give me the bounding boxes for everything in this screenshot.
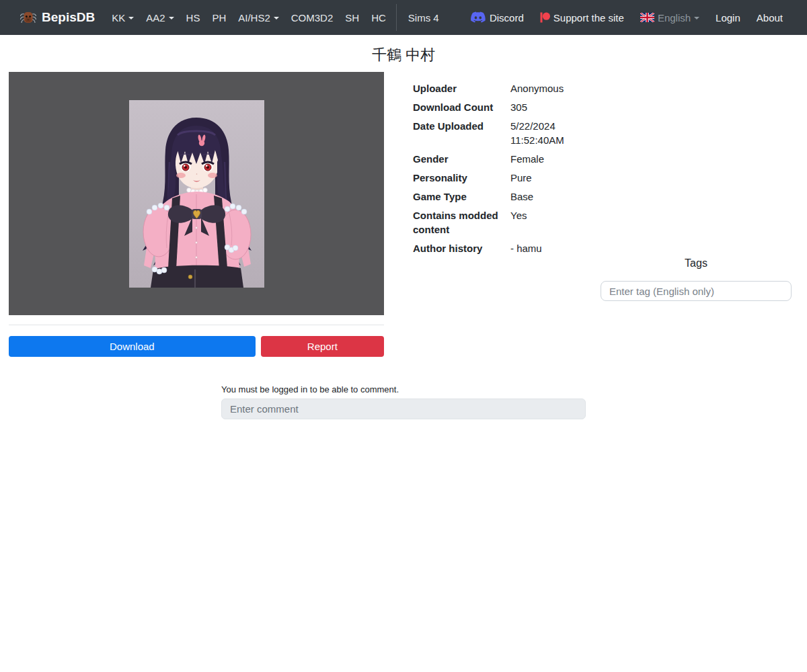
detail-row-author-history: Author history - hamu (413, 241, 581, 255)
chevron-down-icon (128, 17, 134, 19)
nav-item-sims4[interactable]: Sims 4 (402, 0, 445, 35)
nav-item-kk[interactable]: KK (106, 0, 140, 35)
secondary-nav: Discord Support the site En (462, 11, 791, 24)
card-actions: Download Report (9, 336, 384, 357)
nav-item-hs[interactable]: HS (180, 0, 206, 35)
nav-item-com3d2[interactable]: COM3D2 (285, 0, 340, 35)
detail-label: Download Count (413, 100, 510, 114)
nav-label: AI/HS2 (238, 12, 270, 24)
card-preview-column: Download Report (9, 72, 384, 357)
report-button[interactable]: Report (261, 336, 384, 357)
detail-label: Date Uploaded (413, 119, 510, 147)
nav-item-ph[interactable]: PH (206, 0, 232, 35)
patreon-support-link[interactable]: Support the site (532, 12, 632, 24)
chevron-down-icon (694, 17, 699, 19)
support-label: Support the site (553, 12, 624, 24)
detail-row-game-type: Game Type Base (413, 190, 581, 204)
brand-home-link[interactable]: BepisDB (20, 10, 95, 25)
login-label: Login (716, 12, 740, 24)
detail-row-personality: Personality Pure (413, 171, 581, 185)
nav-label: COM3D2 (291, 12, 334, 24)
detail-label: Game Type (413, 190, 510, 204)
discord-icon (470, 11, 486, 24)
patreon-icon (540, 12, 550, 23)
detail-row-download-count: Download Count 305 (413, 100, 581, 114)
tag-input[interactable] (601, 281, 792, 301)
detail-label: Personality (413, 171, 510, 185)
discord-label: Discord (490, 12, 524, 24)
discord-link[interactable]: Discord (462, 11, 532, 24)
nav-item-hc[interactable]: HC (365, 0, 392, 35)
nav-label: SH (345, 12, 359, 24)
chevron-down-icon (169, 17, 174, 19)
nav-divider (396, 4, 397, 31)
page-title: 千鶴 中村 (0, 45, 807, 65)
detail-value: - hamu (510, 241, 581, 255)
nav-label: HC (371, 12, 386, 24)
nav-label: AA2 (146, 12, 165, 24)
brand-label: BepisDB (42, 10, 95, 25)
detail-row-modded-content: Contains modded content Yes (413, 208, 581, 237)
tags-title: Tags (601, 257, 792, 269)
detail-value: Pure (510, 171, 581, 185)
detail-value: Anonymous (510, 81, 581, 95)
tags-section: Tags (601, 72, 792, 301)
nav-item-aa2[interactable]: AA2 (140, 0, 180, 35)
detail-value: 5/22/2024 11:52:40AM (510, 119, 581, 147)
comment-input[interactable] (221, 398, 586, 419)
language-selector[interactable]: English (632, 12, 707, 24)
detail-value: 305 (510, 100, 581, 114)
detail-label: Gender (413, 152, 510, 166)
nav-label: KK (112, 12, 125, 24)
primary-nav: KK AA2 HS PH AI/HS2 COM3D2 SH HC Sims 4 (106, 0, 445, 35)
about-link[interactable]: About (748, 12, 791, 24)
nav-item-sh[interactable]: SH (339, 0, 365, 35)
comments-section: You must be logged in to be able to comm… (221, 384, 586, 419)
download-button[interactable]: Download (9, 336, 256, 357)
bepis-spider-logo-icon (20, 11, 36, 25)
detail-value: Yes (510, 208, 581, 237)
detail-value: Female (510, 152, 581, 166)
divider (9, 325, 384, 325)
chevron-down-icon (274, 17, 279, 19)
top-navbar: BepisDB KK AA2 HS PH AI/HS2 COM3D2 SH HC (0, 0, 807, 35)
nav-label: PH (212, 12, 226, 24)
character-portrait (129, 100, 264, 288)
nav-label: Sims 4 (408, 12, 439, 24)
detail-row-gender: Gender Female (413, 152, 581, 166)
login-required-note: You must be logged in to be able to comm… (221, 384, 586, 394)
nav-item-ai-hs2[interactable]: AI/HS2 (232, 0, 285, 35)
uk-flag-icon (640, 13, 654, 22)
detail-label: Uploader (413, 81, 510, 95)
about-label: About (757, 12, 783, 24)
card-image-panel[interactable] (9, 72, 384, 315)
detail-label: Contains modded content (413, 208, 510, 237)
detail-label: Author history (413, 241, 510, 255)
card-content: Download Report Uploader Anonymous Downl… (0, 72, 807, 357)
card-details: Uploader Anonymous Download Count 305 Da… (413, 72, 581, 260)
detail-value: Base (510, 190, 581, 204)
nav-label: HS (186, 12, 200, 24)
login-link[interactable]: Login (707, 12, 748, 24)
detail-row-uploader: Uploader Anonymous (413, 81, 581, 95)
detail-row-date-uploaded: Date Uploaded 5/22/2024 11:52:40AM (413, 119, 581, 147)
language-label: English (658, 12, 691, 24)
